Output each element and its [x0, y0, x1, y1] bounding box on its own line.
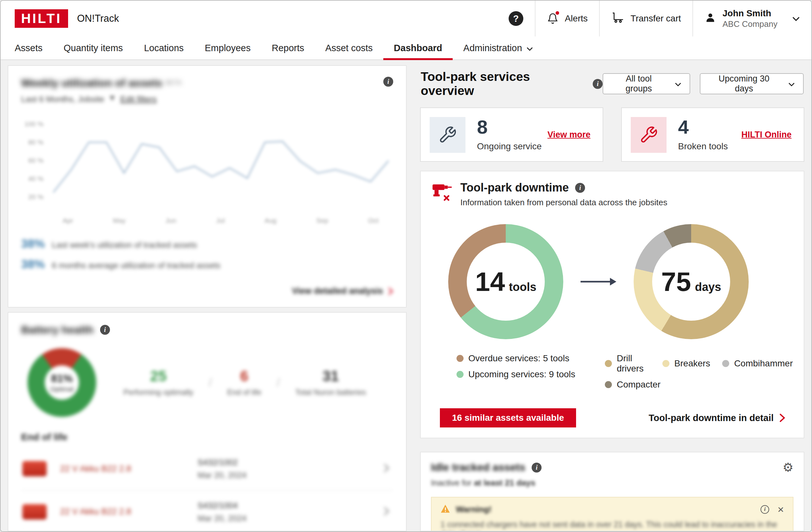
legend-dot	[605, 360, 612, 367]
days-legend: Drill drivers Breakers Combihammer	[605, 353, 793, 390]
battery-details: S432/1004 Mar 20, 2024	[198, 499, 383, 525]
days-donut-center: 75 days	[652, 243, 730, 321]
battery-stat-optimal: 25 Performing optimally	[124, 369, 193, 397]
legend-label: Compacter	[617, 379, 661, 390]
transfer-cart-label: Transfer cart	[630, 13, 681, 24]
close-icon[interactable]: ×	[778, 504, 784, 515]
nav-reports[interactable]: Reports	[261, 37, 315, 59]
view-more-link[interactable]: View more	[547, 130, 591, 140]
downtime-detail-link[interactable]: Tool-park downtime in detail	[649, 413, 785, 423]
info-icon[interactable]: i	[532, 463, 541, 473]
legend-label: Overdue services: 5 tools	[468, 353, 569, 363]
legend-combihammer: Combihammer	[722, 353, 793, 374]
separator: /	[209, 376, 212, 389]
transfer-cart-button[interactable]: Transfer cart	[599, 1, 693, 37]
gear-icon[interactable]: ⚙	[783, 461, 794, 474]
separator: /	[277, 376, 280, 389]
utilization-line-chart	[48, 119, 393, 215]
warning-title: Warning!	[456, 504, 492, 514]
hilti-online-link[interactable]: HILTI Online	[741, 130, 792, 140]
user-icon	[705, 12, 716, 26]
ongoing-service-label: Ongoing service	[477, 141, 541, 152]
nav-dashboard[interactable]: Dashboard	[383, 37, 453, 59]
idle-assets-header: Idle tracked assets i ⚙	[431, 461, 794, 474]
battery-list-item[interactable]: 22 V Akku B22 2.8 S432/1004 Mar 20, 2024	[21, 491, 393, 531]
x-tick: Oct	[368, 217, 378, 225]
user-menu[interactable]: John Smith ABC Company	[693, 1, 811, 37]
dashboard-main: Weekly utilization of assetsBETA i Last …	[1, 60, 811, 531]
idle-assets-title: Idle tracked assets	[431, 461, 525, 474]
hilti-logo-text: HILTI	[21, 11, 62, 26]
x-tick: May	[113, 217, 126, 225]
info-icon[interactable]: i	[383, 77, 393, 87]
battery-icon	[23, 504, 47, 519]
broken-tools-meta: 4 Broken tools	[678, 117, 728, 152]
nav-asset-costs[interactable]: Asset costs	[315, 37, 383, 59]
downtime-subtitle: Information taken from personal data acr…	[460, 198, 667, 207]
chevron-right-icon	[383, 464, 389, 474]
app-name: ON!Track	[77, 13, 119, 24]
x-tick: Aug	[264, 217, 276, 225]
tool-groups-dropdown[interactable]: All tool groups	[603, 73, 690, 94]
chevron-right-icon	[388, 287, 393, 295]
topbar-actions: ? Alerts Transfer cart Jo	[497, 1, 811, 37]
info-icon[interactable]: i	[100, 325, 110, 335]
nav-locations[interactable]: Locations	[133, 37, 194, 59]
filter-summary: Last 6 Months, Jobsite	[21, 94, 104, 104]
view-detailed-analysis-link[interactable]: View detailed analysis	[21, 286, 393, 296]
legend-label: Upcoming services: 9 tools	[468, 369, 576, 379]
nav-assets[interactable]: Assets	[15, 37, 53, 59]
view-detailed-analysis-label: View detailed analysis	[292, 286, 383, 296]
nav-employees[interactable]: Employees	[194, 37, 261, 59]
idle-subtitle-emphasis: at least 21 days	[474, 478, 535, 488]
battery-name: 22 V Akku B22 2.8	[60, 507, 198, 517]
alert-badge-dot	[555, 10, 560, 16]
warning-text: 1 connected chargers have not sent data …	[440, 520, 784, 531]
drill-icon	[432, 182, 453, 202]
idle-subtitle-prefix: Inactive for	[431, 478, 472, 488]
nav-quantity-items[interactable]: Quantity items	[53, 37, 133, 59]
battery-health-donut: 81% Optimal	[28, 348, 96, 417]
legend-upcoming: Upcoming services: 9 tools	[456, 369, 596, 379]
downtime-detail-label: Tool-park downtime in detail	[649, 413, 774, 423]
days-donut-chart: 75 days	[634, 224, 749, 339]
tool-park-downtime-card: Tool-park downtime i Information taken f…	[420, 171, 804, 438]
chevron-down-icon	[675, 79, 681, 89]
y-tick: 60 %	[21, 157, 43, 164]
weekly-utilization-filters: Last 6 Months, Jobsite Edit filters	[21, 94, 393, 104]
hilti-logo[interactable]: HILTI	[15, 9, 68, 28]
info-icon[interactable]: i	[760, 505, 769, 514]
x-tick: Jun	[165, 217, 176, 225]
left-column: Weekly utilization of assetsBETA i Last …	[8, 65, 407, 531]
ongoing-service-count: 8	[477, 118, 541, 137]
funnel-icon	[109, 94, 116, 104]
services-overview-header: Tool-park services overview i All tool g…	[420, 65, 804, 107]
battery-stat-total: 31 Total Nuron batteries	[295, 369, 366, 397]
ongoing-service-meta: 8 Ongoing service	[477, 117, 541, 152]
broken-tools-count: 4	[678, 118, 728, 137]
utilization-stats: 38% Last week's utilization of tracked a…	[21, 237, 393, 271]
chart-x-axis: Apr May Jun Jul Aug Sep Oct	[21, 217, 393, 225]
y-tick: 20 %	[21, 193, 43, 201]
top-header: HILTI ON!Track ? Alerts Transfer cart	[1, 1, 811, 37]
battery-health-title: Battery health	[21, 323, 94, 336]
tools-legend: Overdue services: 5 tools Upcoming servi…	[456, 353, 596, 379]
info-icon[interactable]: i	[593, 79, 603, 89]
nav-administration[interactable]: Administration	[453, 37, 543, 59]
period-dropdown[interactable]: Upcoming 30 days	[700, 73, 804, 94]
tools-donut-chart: 14 tools	[448, 224, 563, 339]
alerts-button[interactable]: Alerts	[535, 1, 599, 37]
stat-value: 38%	[21, 237, 45, 251]
legend-label: Breakers	[674, 358, 710, 369]
chevron-right-icon	[779, 413, 785, 422]
battery-stats: 25 Performing optimally / 6 End of life …	[96, 369, 393, 397]
tools-unit: tools	[509, 281, 536, 294]
edit-filters-link[interactable]: Edit filters	[120, 94, 157, 104]
y-tick: 100 %	[21, 120, 43, 128]
info-icon[interactable]: i	[575, 183, 585, 193]
similar-assets-button[interactable]: 16 similar assets available	[440, 408, 576, 428]
help-button[interactable]: ?	[497, 1, 535, 37]
battery-list-item[interactable]: 22 V Akku B22 2.8 S432/1002 Mar 20, 2024	[21, 448, 393, 491]
help-icon: ?	[509, 11, 523, 26]
wrench-icon-red	[631, 117, 667, 153]
